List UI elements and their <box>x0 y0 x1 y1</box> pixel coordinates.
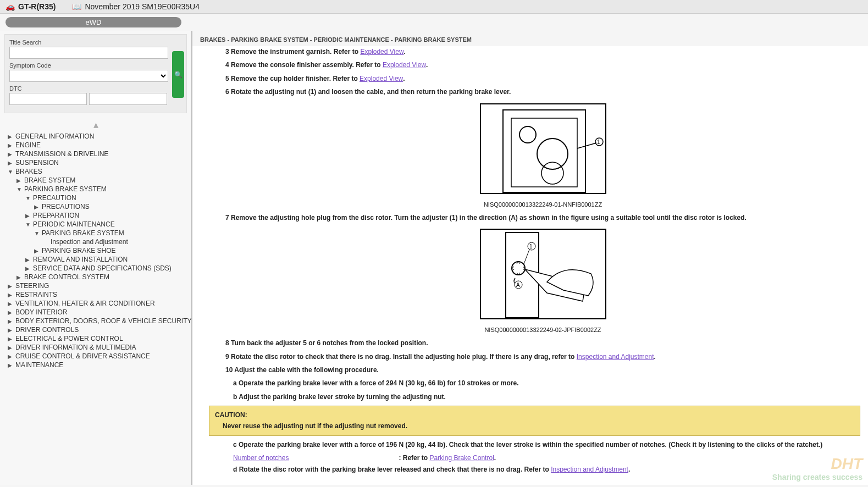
nav-item[interactable]: ▶DRIVER INFORMATION & MULTIMEDIA <box>8 343 187 352</box>
chevron-right-icon: ▶ <box>8 318 15 324</box>
nav-item[interactable]: ▶BODY EXTERIOR, DOORS, ROOF & VEHICLE SE… <box>8 317 187 325</box>
nav-item-label: VENTILATION, HEATER & AIR CONDITIONER <box>15 300 155 307</box>
title-search-input[interactable] <box>9 47 168 59</box>
nav-item[interactable]: ▶PARKING BRAKE SHOE <box>8 246 187 255</box>
figure-2-image: 1 A <box>480 229 606 319</box>
chevron-right-icon: ▶ <box>8 151 15 157</box>
notches-table: Number of notches : Refer to Parking Bra… <box>225 452 860 463</box>
step-5-text: 5 Remove the cup holder finisher. Refer … <box>225 75 360 82</box>
nav-item[interactable]: ▶VENTILATION, HEATER & AIR CONDITIONER <box>8 299 187 308</box>
dtc-input-1[interactable] <box>9 93 87 105</box>
exploded-view-link-3[interactable]: Exploded View <box>360 75 403 82</box>
nav-item[interactable]: ▶ENGINE <box>8 141 187 150</box>
step-8-text: 8 Turn back the adjuster 5 or 6 notches … <box>225 339 428 347</box>
chevron-right-icon: ▶ <box>8 160 15 166</box>
nav-item-label: ENGINE <box>15 141 41 149</box>
chevron-down-icon: ▼ <box>34 230 42 236</box>
nav-item[interactable]: ▶CRUISE CONTROL & DRIVER ASSISTANCE <box>8 352 187 361</box>
nav-item[interactable]: ▶GENERAL INFORMATION <box>8 132 187 141</box>
nav-item[interactable]: ▶REMOVAL AND INSTALLATION <box>8 255 187 264</box>
nav-item[interactable]: ▶BRAKE SYSTEM <box>8 176 187 185</box>
caution-title: CAUTION: <box>215 409 854 420</box>
nav-item[interactable]: ▶PREPARATION <box>8 211 187 220</box>
nav-item[interactable]: ▶SUSPENSION <box>8 158 187 167</box>
nav-item-label: PARKING BRAKE SHOE <box>42 247 115 254</box>
nav-item-label: DRIVER INFORMATION & MULTIMEDIA <box>15 344 136 351</box>
nav-item[interactable]: ▶DRIVER CONTROLS <box>8 325 187 334</box>
nav-item-label: CRUISE CONTROL & DRIVER ASSISTANCE <box>15 352 150 360</box>
figure-1: 1 NISQ0000000013322249-01-NNFIB0001ZZ <box>225 103 860 210</box>
nav-item[interactable]: Inspection and Adjustment <box>8 237 187 246</box>
chevron-right-icon: ▶ <box>8 134 15 140</box>
chevron-right-icon: ▶ <box>34 204 42 210</box>
chevron-right-icon: ▶ <box>25 265 33 272</box>
parking-brake-control-link[interactable]: Parking Brake Control <box>429 454 494 462</box>
svg-text:1: 1 <box>529 244 533 250</box>
document-body: 3 Remove the instrument garnish. Refer t… <box>192 46 868 485</box>
step-10c-text: c Operate the parking brake lever with a… <box>233 441 822 449</box>
nav-item[interactable]: ▼PRECAUTION <box>8 193 187 202</box>
nav-item-label: MAINTENANCE <box>15 361 63 369</box>
nav-item-label: BODY INTERIOR <box>15 308 67 316</box>
svg-point-3 <box>519 126 536 143</box>
svg-point-4 <box>541 162 563 184</box>
nav-item[interactable]: ▼PARKING BRAKE SYSTEM <box>8 229 187 237</box>
chevron-right-icon: ▶ <box>8 336 15 342</box>
chevron-right-icon: ▶ <box>16 274 24 280</box>
nav-item-label: PRECAUTIONS <box>42 203 90 211</box>
figure-2: 1 A NISQ0000000013322249-02-JPFIB0002ZZ <box>225 229 860 335</box>
nav-item[interactable]: ▼BRAKES <box>8 167 187 176</box>
ewd-button[interactable]: eWD <box>5 17 181 27</box>
exploded-view-link-1[interactable]: Exploded View <box>360 48 403 56</box>
step-6-text: 6 Rotate the adjusting nut (1) and loose… <box>225 88 511 96</box>
nav-item-label: GENERAL INFORMATION <box>15 132 94 140</box>
chevron-right-icon: ▶ <box>8 345 15 351</box>
chevron-right-icon: ▶ <box>8 142 15 148</box>
step-3-text: 3 Remove the instrument garnish. Refer t… <box>225 48 360 56</box>
nav-item-label: SERVICE DATA AND SPECIFICATIONS (SDS) <box>33 264 172 272</box>
step-10b-text: b Adjust the parking brake lever stroke … <box>233 393 446 401</box>
search-button[interactable]: 🔍 <box>172 51 184 98</box>
caution-box: CAUTION: Never reuse the adjusting nut i… <box>209 406 860 436</box>
nav-item-label: SUSPENSION <box>15 159 59 167</box>
scroll-down-icon[interactable]: ▾ <box>225 477 860 485</box>
nav-item[interactable]: ▶RESTRAINTS <box>8 290 187 299</box>
symptom-code-select[interactable] <box>9 70 168 82</box>
nav-item[interactable]: ▶STEERING <box>8 281 187 290</box>
nav-item-label: BRAKE CONTROL SYSTEM <box>24 273 109 281</box>
nav-item-label: STEERING <box>15 282 49 290</box>
nav-item[interactable]: ▼PARKING BRAKE SYSTEM <box>8 185 187 193</box>
nav-item-label: PARKING BRAKE SYSTEM <box>42 229 124 237</box>
figure-1-caption: NISQ0000000013322249-01-NNFIB0001ZZ <box>225 200 860 210</box>
inspection-link-1[interactable]: Inspection and Adjustment <box>577 353 654 361</box>
nav-item[interactable]: ▶ELECTRICAL & POWER CONTROL <box>8 334 187 343</box>
nav-item[interactable]: ▶MAINTENANCE <box>8 361 187 369</box>
exploded-view-link-2[interactable]: Exploded View <box>383 61 426 69</box>
inspection-link-2[interactable]: Inspection and Adjustment <box>551 466 628 473</box>
step-7-text: 7 Remove the adjusting hole plug from th… <box>225 214 747 222</box>
chevron-right-icon: ▶ <box>8 292 15 298</box>
nav-item[interactable]: ▶BODY INTERIOR <box>8 308 187 317</box>
figure-1-image: 1 <box>480 103 606 194</box>
chevron-right-icon: ▶ <box>8 327 15 333</box>
title-search-label: Title Search <box>9 39 182 46</box>
dtc-input-2[interactable] <box>89 93 167 105</box>
nav-item[interactable]: ▶TRANSMISSION & DRIVELINE <box>8 150 187 158</box>
chevron-right-icon: ▶ <box>16 178 24 184</box>
search-icon: 🔍 <box>174 71 183 79</box>
breadcrumb: BRAKES - PARKING BRAKE SYSTEM - PERIODIC… <box>192 31 868 46</box>
nav-item-label: BRAKES <box>15 168 42 175</box>
svg-line-5 <box>577 143 596 148</box>
nav-item[interactable]: ▶PRECAUTIONS <box>8 202 187 211</box>
nav-item-label: DRIVER CONTROLS <box>15 326 79 334</box>
car-icon: 🚗 <box>5 2 15 11</box>
nav-tree: ▶GENERAL INFORMATION▶ENGINE▶TRANSMISSION… <box>4 132 187 369</box>
nav-item[interactable]: ▼PERIODIC MAINTENANCE <box>8 220 187 229</box>
nav-item[interactable]: ▶SERVICE DATA AND SPECIFICATIONS (SDS) <box>8 264 187 273</box>
number-of-notches-link[interactable]: Number of notches <box>233 452 289 463</box>
chevron-right-icon: ▶ <box>8 309 15 316</box>
dtc-label: DTC <box>9 85 182 92</box>
nav-item[interactable]: ▶BRAKE CONTROL SYSTEM <box>8 273 187 281</box>
collapse-handle[interactable]: ▴ <box>4 118 187 132</box>
nav-item-label: PERIODIC MAINTENANCE <box>33 220 115 228</box>
